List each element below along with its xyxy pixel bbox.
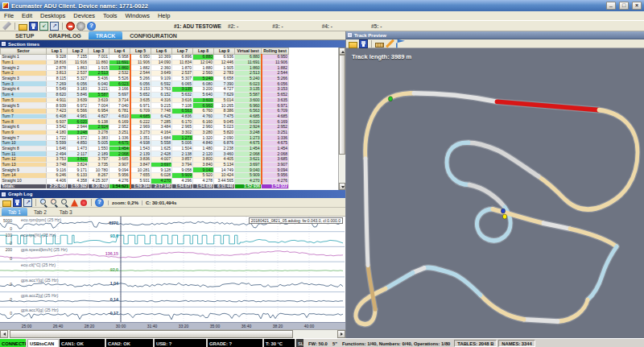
table-vertical-scrollbar[interactable] — [338, 48, 345, 190]
time-cell: 6:936 — [214, 55, 235, 60]
device-slot-3[interactable]: #3: - — [272, 23, 283, 29]
flag-icon[interactable] — [396, 39, 405, 48]
table-row[interactable]: Straight 71:7221:3721:3831:3361:3511:684… — [1, 135, 289, 141]
table-row[interactable]: Straight 63:5422:9442:9242:9522:9693:484… — [1, 124, 289, 130]
device-slot-2[interactable]: #2: - — [228, 23, 238, 29]
graph-tab-tab1[interactable]: Tab 1 — [2, 208, 27, 216]
import-icon[interactable] — [39, 22, 48, 31]
close-icon[interactable] — [632, 2, 642, 10]
column-header[interactable]: Lap 7 — [172, 48, 193, 55]
help-icon[interactable] — [87, 22, 96, 31]
export-icon[interactable] — [50, 22, 59, 31]
zoom-out-icon[interactable] — [50, 198, 59, 207]
time-cell: 10:281 — [130, 167, 151, 173]
table-row[interactable]: Turn 54:9113:6393:6193:7143:6354:3163:61… — [1, 97, 289, 103]
table-row[interactable]: Turn 146:2466:1338:2675:9567:6556:0285:9… — [1, 173, 289, 179]
scroll-up-icon[interactable] — [339, 48, 345, 55]
menu-file[interactable]: File — [0, 12, 18, 19]
column-header[interactable]: Lap 1 — [47, 48, 68, 55]
tab-setup[interactable]: SETUP — [8, 31, 41, 39]
time-cell: 1:454 — [109, 146, 130, 151]
table-row[interactable]: Turn 112:4942:1172:1892:0682:1392:4282:1… — [1, 151, 289, 157]
save-icon[interactable] — [29, 22, 38, 31]
table-row[interactable]: Turn 86:9376:0206:1386:1696:2227:2856:17… — [1, 119, 289, 125]
scroll-thumb[interactable] — [339, 55, 345, 155]
scroll-down-icon[interactable] — [339, 183, 345, 190]
time-cell: 5:134 — [214, 162, 235, 167]
table-row[interactable]: Straight 81:6461:4731:5501:4541:5431:625… — [1, 146, 289, 151]
open-icon[interactable] — [19, 24, 27, 31]
table-row[interactable]: Turn 133:7483:8243:7353:9073:8473:6973:7… — [1, 162, 289, 167]
save-icon[interactable] — [359, 39, 368, 48]
table-row[interactable]: Turn 23:8132:5372:5132:5322:5443:6492:53… — [1, 71, 289, 76]
totals-cell: 6:15:440 — [214, 184, 235, 189]
graph-horizontal-scrollbar[interactable] — [0, 329, 345, 338]
zoom-fit-icon[interactable] — [60, 198, 69, 207]
scroll-thumb[interactable] — [10, 330, 293, 338]
virtual-best-cell: 3:600 — [235, 97, 262, 103]
export-icon[interactable] — [23, 198, 32, 207]
column-header[interactable]: Lap 5 — [130, 48, 151, 55]
scroll-right-icon[interactable] — [337, 330, 345, 338]
menu-devices[interactable]: Devices — [69, 12, 99, 19]
table-row[interactable]: Straight 19:3287:1557:0016:9586:95010:36… — [1, 55, 289, 60]
table-row[interactable]: Turn 94:1803:2483:2783:2513:2734:1643:30… — [1, 130, 289, 135]
time-axis-ruler: 25:0026:4028:2030:0031:4033:2035:0036:40… — [0, 322, 345, 329]
tab-configuration[interactable]: CONFIGURATION — [122, 31, 184, 39]
open-icon[interactable] — [2, 200, 11, 207]
menu-tools[interactable]: Tools — [99, 12, 122, 19]
save-icon[interactable] — [13, 198, 22, 207]
table-row[interactable]: Straight 45:5493:1833:2213:1663:1533:763… — [1, 87, 289, 93]
table-row[interactable]: Turn 123:7533:6213:7973:6853:8364:0073:8… — [1, 157, 289, 163]
table-row[interactable]: Straight 38:1155:3275:4365:5265:2669:109… — [1, 76, 289, 81]
graph-canvas[interactable]: ecu.rpm[rpm] (25 Hz)500006270ecu.tps[%] … — [0, 217, 345, 322]
record-icon[interactable] — [80, 200, 87, 206]
table-row[interactable]: Turn 37:2696:0566:0406:0236:0566:5926:06… — [1, 81, 289, 87]
time-cell: 5:240 — [193, 76, 214, 81]
column-header[interactable]: Rolling best — [262, 48, 289, 55]
table-row[interactable]: Turn 76:4084:9814:8274:8104:6856:4254:83… — [1, 114, 289, 119]
table-row[interactable]: Straight 22:8781:8631:9151:8601:8822:360… — [1, 65, 289, 71]
graph-tab-tab3[interactable]: Tab 3 — [53, 208, 79, 216]
tab-track[interactable]: TRACK — [89, 31, 123, 39]
ruler-icon[interactable] — [375, 43, 384, 48]
column-header[interactable]: Sector — [1, 48, 47, 55]
device-slot-1[interactable]: #1: ADU TESTOWE — [174, 23, 221, 29]
device-slot-5[interactable]: #5: - — [371, 23, 382, 29]
table-row[interactable]: Turn 105:5994:8505:0054:6754:9385:5585:0… — [1, 141, 289, 147]
settings-icon[interactable] — [76, 22, 85, 31]
menu-windows[interactable]: Windows — [122, 12, 154, 19]
maximize-icon[interactable] — [619, 2, 629, 10]
column-header[interactable]: Lap 6 — [151, 48, 172, 55]
column-header[interactable]: Virtual best — [235, 48, 262, 55]
time-cell: 1:383 — [89, 135, 109, 141]
zoom-in-icon[interactable] — [39, 198, 48, 207]
menu-help[interactable]: Help — [154, 12, 174, 19]
table-row[interactable]: Straight 99:1169:17110:7809:09410:2819:1… — [1, 167, 289, 173]
scroll-track[interactable] — [339, 55, 345, 183]
open-icon[interactable] — [349, 42, 357, 48]
column-header[interactable]: Lap 4 — [109, 48, 130, 55]
table-row[interactable]: Straight 104:4064:3584:25:3074:2765:9314… — [1, 178, 289, 184]
menu-edit[interactable]: Edit — [18, 12, 36, 19]
scroll-track[interactable] — [8, 330, 337, 338]
pencil-icon[interactable] — [386, 39, 394, 48]
graph-tab-tab2[interactable]: Tab 2 — [27, 208, 53, 216]
column-header[interactable]: Lap 9 — [214, 48, 235, 55]
table-row[interactable]: Turn 118:81611:91611:86011:69111:90614:0… — [1, 60, 289, 65]
table-row[interactable]: Turn 67:4236:5666:9546:7816:7097:7486:56… — [1, 108, 289, 114]
minimize-icon[interactable] — [606, 2, 616, 10]
table-row[interactable]: Turn 48:6205:8465:5875:6975:6526:1525:63… — [1, 92, 289, 97]
device-slot-4[interactable]: #4: - — [322, 23, 332, 29]
stop-icon[interactable] — [66, 22, 75, 31]
column-header[interactable]: Lap 2 — [68, 48, 89, 55]
column-header[interactable]: Lap 3 — [89, 48, 109, 55]
marker-icon[interactable] — [71, 200, 78, 207]
table-row[interactable]: Straight 58:9396:9727:0047:0406:9719:215… — [1, 103, 289, 109]
tool-icon[interactable] — [2, 22, 11, 31]
tab-graphlog[interactable]: GRAPHLOG — [41, 31, 88, 39]
menu-desktops[interactable]: Desktops — [36, 12, 69, 19]
scroll-left-icon[interactable] — [0, 330, 8, 338]
column-header[interactable]: Lap 8 — [193, 48, 214, 55]
help-icon[interactable] — [95, 198, 104, 207]
